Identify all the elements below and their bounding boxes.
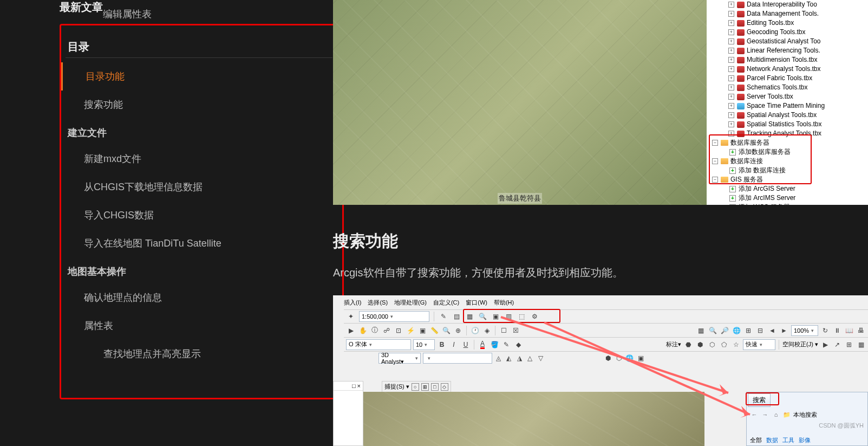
tree-row[interactable]: +Geocoding Tools.tbx xyxy=(707,28,868,37)
tree-row[interactable]: +Space Time Pattern Mining xyxy=(707,101,868,111)
filter-data[interactable]: 数据 xyxy=(766,436,778,444)
expand-icon[interactable]: + xyxy=(728,121,734,127)
expand-icon[interactable]: + xyxy=(728,75,734,81)
tree-row[interactable]: +Data Management Tools. xyxy=(707,9,868,18)
italic-icon[interactable]: I xyxy=(449,340,459,350)
editor-icon[interactable]: ✎ xyxy=(439,312,448,321)
menu-geoprocess[interactable]: 地理处理(G) xyxy=(394,299,427,307)
tree-row-dbconn[interactable]: −数据库连接 xyxy=(707,157,868,166)
tree-row-add-dbconn[interactable]: +添加 数据库连接 xyxy=(707,166,868,175)
label-icon5[interactable]: ☆ xyxy=(731,340,741,350)
select-features-icon[interactable]: ☐ xyxy=(499,326,508,335)
tree-row[interactable]: +Spatial Analyst Tools.tbx xyxy=(707,111,868,120)
next-extent-icon[interactable]: ► xyxy=(779,326,789,335)
snap-vertex-icon[interactable]: □ xyxy=(431,383,439,391)
toc-item-confirm-point[interactable]: 确认地理点的信息 xyxy=(61,283,337,312)
fixed-zoom-out-icon[interactable]: ⊟ xyxy=(755,326,765,335)
catalog-icon[interactable]: ▦ xyxy=(465,312,474,321)
refresh-icon[interactable]: ↻ xyxy=(820,326,830,335)
tree-row[interactable]: +Parcel Fabric Tools.tbx xyxy=(707,74,868,83)
3d-icon2[interactable]: ◭ xyxy=(505,353,513,363)
sa-pointer-icon[interactable]: ▶ xyxy=(820,340,830,350)
fixed-zoom-in-icon[interactable]: ⊞ xyxy=(743,326,753,335)
search-tab[interactable]: 搜索 xyxy=(748,393,771,407)
collapse-icon[interactable]: − xyxy=(712,177,718,183)
prev-extent-icon[interactable]: ◄ xyxy=(767,326,777,335)
expand-icon[interactable]: + xyxy=(728,85,734,91)
expand-icon[interactable]: + xyxy=(728,94,734,100)
filter-all[interactable]: 全部 xyxy=(750,436,762,444)
sa-link-icon[interactable]: ↗ xyxy=(832,340,842,350)
expand-icon[interactable]: + xyxy=(728,131,734,137)
3d-icon3[interactable]: ◮ xyxy=(515,353,524,363)
analyst3d-layer[interactable] xyxy=(423,353,492,364)
doc-pin-close[interactable]: □ × xyxy=(334,382,363,391)
tree-row[interactable]: +Linear Referencing Tools. xyxy=(707,46,868,55)
toc-icon[interactable]: ▤ xyxy=(452,312,461,321)
fast-combo[interactable]: 快速 xyxy=(743,339,775,350)
arctoolbox-icon[interactable]: ⚙ xyxy=(530,312,539,321)
snap-edge-icon[interactable]: ◇ xyxy=(441,383,448,391)
label-icon4[interactable]: ⬠ xyxy=(719,340,729,350)
line-color-icon[interactable]: ✎ xyxy=(501,340,511,350)
forward-icon[interactable]: → xyxy=(761,410,769,419)
underline-icon[interactable]: U xyxy=(461,340,471,350)
tree-row-add-arcims[interactable]: +添加 ArcIMS Server xyxy=(707,193,868,203)
expand-icon[interactable]: + xyxy=(728,29,734,35)
measure-icon[interactable]: 📏 xyxy=(429,326,439,335)
expand-icon[interactable]: + xyxy=(728,48,734,54)
toc-h2-build[interactable]: 建立文件 xyxy=(66,119,332,145)
toc-item-find-highlight[interactable]: 查找地理点并高亮显示 xyxy=(61,340,337,368)
label-icon3[interactable]: ⬡ xyxy=(707,340,717,350)
spatial-adj-dropdown[interactable]: 空间校正(J) ▾ xyxy=(782,340,818,348)
toc-item-attribute-table[interactable]: 属性表 xyxy=(61,312,337,340)
time-slider-icon[interactable]: 🕐 xyxy=(470,326,480,335)
sa-attr-icon[interactable]: ▦ xyxy=(856,340,866,350)
html-popup-icon[interactable]: ▣ xyxy=(417,326,427,335)
filter-tools[interactable]: 工具 xyxy=(782,436,794,444)
hyperlink-icon[interactable]: ⚡ xyxy=(406,326,415,335)
snap-point-icon[interactable]: ○ xyxy=(412,383,419,391)
pointer-icon[interactable]: ▶ xyxy=(346,326,356,335)
bold-icon[interactable]: B xyxy=(437,340,447,350)
fontsize-combo[interactable]: 10 xyxy=(413,339,435,350)
zoom-combo[interactable]: 100% xyxy=(791,325,818,336)
3d-icon1[interactable]: ◬ xyxy=(494,353,503,363)
font-color-icon[interactable]: A xyxy=(478,340,487,350)
map-view-lower[interactable] xyxy=(363,392,704,446)
tree-row[interactable]: +Spatial Statistics Tools.tbx xyxy=(707,120,868,129)
link-icon[interactable]: ☍ xyxy=(382,326,391,335)
expand-icon[interactable]: + xyxy=(728,2,734,8)
home-icon[interactable]: ⌂ xyxy=(772,410,780,419)
tree-row[interactable]: +Geostatistical Analyst Too xyxy=(707,37,868,46)
geo-icon3[interactable]: ▣ xyxy=(636,353,645,363)
pause-icon[interactable]: ⏸ xyxy=(832,326,842,335)
label-dropdown[interactable]: 标注▾ xyxy=(666,340,681,348)
3d-icon4[interactable]: △ xyxy=(526,353,534,363)
tree-row[interactable]: +Schematics Tools.tbx xyxy=(707,83,868,92)
analyst3d-combo[interactable]: 3D Analyst▾ xyxy=(378,353,421,364)
tree-row[interactable]: +Editing Tools.tbx xyxy=(707,18,868,28)
expand-icon[interactable]: + xyxy=(728,103,734,109)
clear-selection-icon[interactable]: ☒ xyxy=(511,326,520,335)
expand-icon[interactable]: + xyxy=(728,57,734,63)
font-combo[interactable]: O 宋体 xyxy=(346,339,411,350)
toc-item-search[interactable]: 搜索功能 xyxy=(61,91,337,119)
fill-color-icon[interactable]: 🪣 xyxy=(490,340,499,350)
full-extent-icon[interactable]: 🌐 xyxy=(732,326,741,335)
expand-icon[interactable]: + xyxy=(728,38,734,44)
map-tips-icon[interactable]: ⊡ xyxy=(394,326,403,335)
python-icon[interactable]: ▣ xyxy=(491,312,500,321)
toc-item-tianditu[interactable]: 导入在线地图 TianDiTu Satellite xyxy=(61,229,337,257)
marker-color-icon[interactable]: ◆ xyxy=(513,340,523,350)
expand-icon[interactable]: + xyxy=(728,20,734,26)
layout-icon[interactable]: ▦ xyxy=(696,326,706,335)
view-icon[interactable]: ◈ xyxy=(482,326,492,335)
sa-edge-icon[interactable]: ⊞ xyxy=(844,340,854,350)
toc-item-chgis-import[interactable]: 导入CHGIS数据 xyxy=(61,201,337,229)
toc-item-chgis-download[interactable]: 从CHGIS下载地理信息数据 xyxy=(61,173,337,201)
collapse-icon[interactable]: − xyxy=(712,158,718,164)
collapse-icon[interactable]: − xyxy=(712,140,718,146)
search-scope[interactable]: 本地搜索 xyxy=(793,411,817,419)
menu-help[interactable]: 帮助(H) xyxy=(494,299,514,307)
